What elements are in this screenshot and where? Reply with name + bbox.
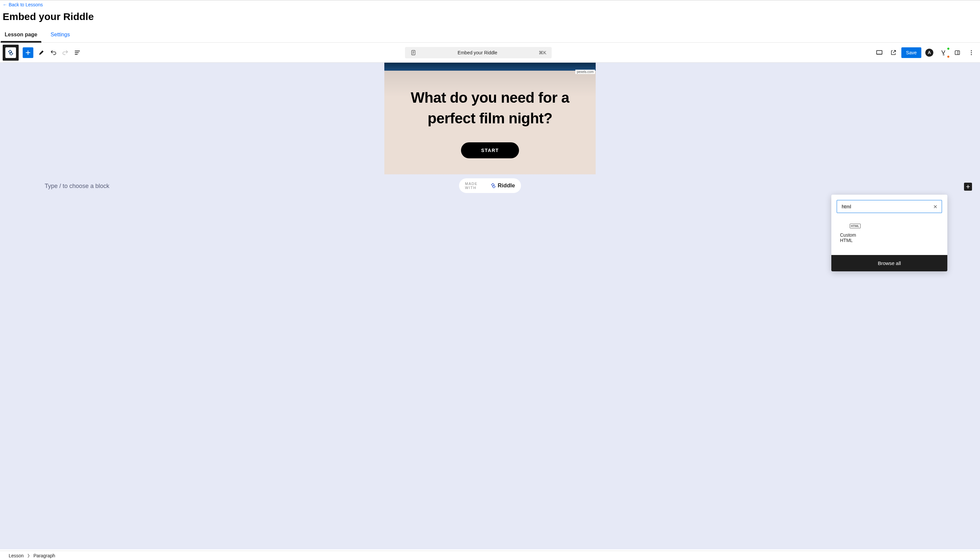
document-icon bbox=[410, 50, 416, 56]
save-button[interactable]: Save bbox=[901, 47, 921, 58]
svg-rect-1 bbox=[877, 50, 882, 54]
block-result-label: Custom HTML bbox=[840, 232, 870, 243]
seo-status-button[interactable] bbox=[937, 47, 949, 59]
plus-icon bbox=[965, 184, 971, 189]
external-link-icon bbox=[890, 49, 897, 56]
paragraph-block[interactable]: Type / to choose a block bbox=[45, 183, 935, 190]
add-block-button[interactable] bbox=[23, 47, 33, 58]
view-desktop-button[interactable] bbox=[873, 47, 885, 59]
undo-icon bbox=[50, 49, 57, 56]
sidebar-toggle-button[interactable] bbox=[951, 47, 963, 59]
riddle-start-button[interactable]: START bbox=[461, 142, 519, 158]
close-icon bbox=[933, 204, 938, 209]
options-menu-button[interactable] bbox=[965, 47, 977, 59]
pencil-icon bbox=[38, 49, 45, 56]
back-to-lessons-link[interactable]: ← Back to Lessons bbox=[3, 2, 43, 7]
riddle-question: What do you need for a perfect film nigh… bbox=[398, 87, 582, 128]
yoast-icon bbox=[940, 49, 947, 56]
avatar-button[interactable]: A bbox=[923, 47, 935, 59]
editor-canvas[interactable]: pexels.com What do you need for a perfec… bbox=[0, 63, 980, 549]
status-dot-green bbox=[947, 48, 949, 50]
tab-lesson-page[interactable]: Lesson page bbox=[3, 27, 39, 42]
redo-button bbox=[59, 47, 71, 59]
browse-all-button[interactable]: Browse all bbox=[831, 255, 947, 271]
editor-toolbar: Embed your Riddle ⌘K Save A bbox=[0, 43, 980, 63]
document-overview-button[interactable] bbox=[71, 47, 83, 59]
undo-button[interactable] bbox=[47, 47, 59, 59]
status-dot-orange bbox=[947, 56, 949, 58]
document-title: Embed your Riddle bbox=[420, 50, 535, 55]
app-logo[interactable] bbox=[3, 45, 19, 61]
image-credit: pexels.com bbox=[575, 70, 595, 74]
command-shortcut: ⌘K bbox=[539, 50, 546, 55]
svg-point-4 bbox=[971, 52, 972, 53]
plus-icon bbox=[25, 49, 31, 56]
svg-rect-2 bbox=[955, 51, 959, 55]
more-vertical-icon bbox=[968, 49, 975, 56]
panel-icon bbox=[954, 49, 961, 56]
block-search-input[interactable] bbox=[837, 200, 942, 213]
block-inserter-popup: HTML Custom HTML Browse all bbox=[831, 195, 947, 271]
edit-tool-button[interactable] bbox=[35, 47, 47, 59]
inline-add-block-button[interactable] bbox=[964, 183, 972, 191]
tab-settings[interactable]: Settings bbox=[49, 27, 72, 42]
clear-search-button[interactable] bbox=[933, 204, 938, 209]
paragraph-placeholder: Type / to choose a block bbox=[45, 183, 935, 190]
list-icon bbox=[74, 49, 81, 56]
page-title: Embed your Riddle bbox=[0, 8, 980, 27]
riddle-logo-icon bbox=[7, 49, 14, 56]
desktop-icon bbox=[876, 49, 883, 56]
block-result-custom-html[interactable]: HTML Custom HTML bbox=[837, 220, 873, 247]
svg-point-5 bbox=[971, 54, 972, 55]
html-badge-icon: HTML bbox=[850, 224, 861, 228]
svg-point-3 bbox=[971, 50, 972, 51]
page-tabs: Lesson page Settings bbox=[0, 27, 980, 43]
avatar-initial: A bbox=[925, 49, 933, 57]
redo-icon bbox=[62, 49, 69, 56]
view-external-button[interactable] bbox=[887, 47, 899, 59]
riddle-hero-image bbox=[384, 63, 596, 71]
document-title-pill[interactable]: Embed your Riddle ⌘K bbox=[405, 47, 552, 58]
riddle-embed-block[interactable]: pexels.com What do you need for a perfec… bbox=[384, 63, 596, 174]
